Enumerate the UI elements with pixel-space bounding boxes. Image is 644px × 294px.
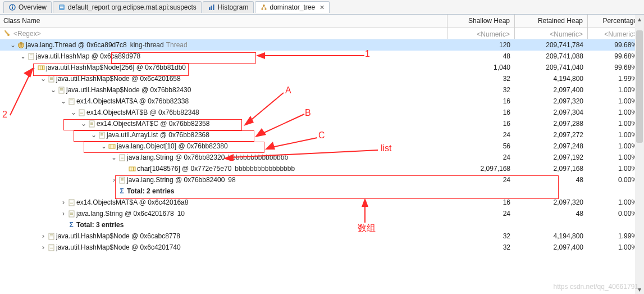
collapse-icon[interactable]: ⌄ bbox=[49, 86, 57, 94]
cell-retained: 48 bbox=[515, 176, 588, 184]
table-row[interactable]: ⌄java.lang.Thread @ 0x6ca89d7c8king-thre… bbox=[0, 39, 644, 51]
collapse-icon[interactable]: ⌄ bbox=[80, 120, 88, 128]
table-row[interactable]: ⌄java.util.HashMap$Node[256] @ 0x76bb81d… bbox=[0, 62, 644, 73]
collapse-icon[interactable]: ⌄ bbox=[19, 52, 27, 60]
row-text: java.util.HashMap$Node @ 0x6c4201658 bbox=[56, 75, 181, 83]
obj-icon bbox=[118, 153, 126, 161]
tab-overview[interactable]: Overview bbox=[3, 1, 52, 13]
table-row[interactable]: ⌄java.lang.String @ 0x76bb82320bbbbbbbbb… bbox=[0, 152, 644, 163]
row-suffix: 10 bbox=[177, 210, 185, 218]
tab-dominator-tree[interactable]: dominator_tree ✕ bbox=[255, 1, 330, 13]
table-row[interactable]: ⌄java.util.ArrayList @ 0x76bb82368242,09… bbox=[0, 129, 644, 141]
collapse-icon[interactable]: ⌄ bbox=[60, 97, 67, 105]
cell-retained: 2,097,304 bbox=[515, 108, 588, 116]
expand-icon[interactable]: › bbox=[39, 232, 47, 240]
table-row[interactable]: ⌄java.util.HashMap @ 0x6ca89d97848209,74… bbox=[0, 51, 644, 62]
table-row[interactable]: ⌄java.util.HashMap$Node @ 0x6c4201658324… bbox=[0, 73, 644, 84]
table-row[interactable]: ›java.util.HashMap$Node @ 0x6c4201740322… bbox=[0, 242, 644, 253]
table-row[interactable]: ⌄ex14.ObjectsMAT$A @ 0x76bb82338162,097,… bbox=[0, 96, 644, 107]
filter-name[interactable]: <Regex> bbox=[13, 30, 41, 38]
expand-icon[interactable]: › bbox=[60, 198, 67, 206]
svg-rect-28 bbox=[60, 91, 63, 91]
table-row[interactable]: ΣTotal: 3 entries bbox=[0, 219, 644, 230]
svg-rect-4 bbox=[60, 6, 63, 7]
table-row[interactable]: ›java.lang.String @ 0x76bb824009824480.0… bbox=[0, 174, 644, 186]
vertical-scrollbar[interactable]: ▴ ▾ bbox=[635, 15, 644, 294]
svg-rect-31 bbox=[70, 101, 73, 101]
row-suffix: 98 bbox=[228, 176, 235, 184]
cell-class-name: ›java.lang.String @ 0x76bb8240098 bbox=[0, 176, 447, 184]
cell-retained: 2,097,320 bbox=[515, 97, 588, 105]
cell-class-name: ›ex14.ObjectsMAT$A @ 0x6c42016a8 bbox=[0, 198, 447, 206]
collapse-icon[interactable]: ⌄ bbox=[9, 41, 17, 49]
table-row[interactable]: ›java.lang.String @ 0x6c42016781024480.0… bbox=[0, 208, 644, 219]
header-retained[interactable]: Retained Heap bbox=[515, 15, 588, 28]
collapse-icon[interactable]: ⌄ bbox=[29, 64, 37, 71]
table-row[interactable]: ⌄java.util.HashMap$Node @ 0x76bb82430322… bbox=[0, 84, 644, 96]
arr-icon bbox=[108, 142, 116, 150]
cell-shallow: 24 bbox=[447, 176, 515, 184]
obj-icon bbox=[98, 131, 106, 139]
tab-bar: Overview default_report org.eclipse.mat.… bbox=[0, 0, 644, 15]
svg-rect-58 bbox=[121, 180, 124, 181]
filter-retained[interactable]: <Numeric> bbox=[515, 28, 588, 39]
obj-icon bbox=[47, 75, 55, 83]
svg-rect-50 bbox=[121, 157, 124, 157]
svg-point-12 bbox=[7, 34, 10, 36]
table-row[interactable]: char[1048576] @ 0x772e75e70bbbbbbbbbbbbb… bbox=[0, 163, 644, 174]
svg-rect-45 bbox=[109, 144, 115, 148]
row-text: java.util.ArrayList @ 0x76bb82368 bbox=[107, 131, 209, 139]
cell-retained: 2,097,320 bbox=[515, 198, 588, 206]
svg-rect-59 bbox=[69, 200, 74, 206]
obj-icon bbox=[67, 97, 75, 105]
svg-rect-43 bbox=[101, 134, 103, 135]
expand-icon[interactable]: › bbox=[60, 210, 67, 218]
scroll-up-icon[interactable]: ▴ bbox=[635, 15, 644, 24]
svg-rect-74 bbox=[50, 248, 53, 248]
table-row[interactable]: ›ex14.ObjectsMAT$A @ 0x6c42016a8162,097,… bbox=[0, 197, 644, 208]
tab-default-report[interactable]: default_report org.eclipse.mat.api:suspe… bbox=[53, 1, 202, 13]
svg-rect-1 bbox=[12, 7, 13, 9]
table-row[interactable]: ⌄ex14.ObjectsMAT$B @ 0x76bb82348162,097,… bbox=[0, 107, 644, 118]
svg-rect-17 bbox=[30, 57, 33, 57]
table-row[interactable]: ⌄ex14.ObjectsMAT$C @ 0x76bb82358162,097,… bbox=[0, 118, 644, 129]
header-class-name[interactable]: Class Name bbox=[0, 15, 447, 28]
svg-rect-26 bbox=[60, 88, 63, 89]
svg-rect-71 bbox=[49, 245, 54, 251]
cell-class-name: ⌄ex14.ObjectsMAT$B @ 0x76bb82348 bbox=[0, 108, 447, 116]
collapse-icon[interactable]: ⌄ bbox=[110, 153, 118, 161]
collapse-icon[interactable]: ⌄ bbox=[90, 131, 98, 139]
cell-class-name: ⌄java.lang.Thread @ 0x6ca89d7c8king-thre… bbox=[0, 41, 447, 49]
row-text: Total: 2 entries bbox=[127, 187, 174, 195]
table-row[interactable]: ⌄java.lang.Object[10] @ 0x76bb82380562,0… bbox=[0, 141, 644, 152]
svg-rect-73 bbox=[50, 247, 53, 247]
svg-rect-25 bbox=[59, 87, 64, 93]
scroll-thumb[interactable] bbox=[636, 30, 643, 143]
filter-shallow[interactable]: <Numeric> bbox=[447, 28, 515, 39]
collapse-icon[interactable]: ⌄ bbox=[70, 108, 77, 116]
svg-rect-29 bbox=[69, 98, 74, 105]
cell-class-name: ⌄ex14.ObjectsMAT$C @ 0x76bb82358 bbox=[0, 120, 447, 128]
tab-histogram[interactable]: Histogram bbox=[203, 1, 254, 13]
cell-shallow: 120 bbox=[447, 41, 515, 49]
expand-icon[interactable]: › bbox=[39, 243, 47, 251]
obj-icon bbox=[47, 243, 55, 251]
svg-point-9 bbox=[263, 4, 264, 6]
table-row[interactable]: ΣTotal: 2 entries bbox=[0, 186, 644, 197]
close-icon[interactable]: ✕ bbox=[317, 4, 325, 11]
cell-shallow: 16 bbox=[447, 97, 515, 105]
table-row[interactable]: ›java.util.HashMap$Node @ 0x6cabc8778324… bbox=[0, 230, 644, 242]
expand-icon[interactable]: › bbox=[110, 176, 118, 184]
header-shallow[interactable]: Shallow Heap bbox=[447, 15, 515, 28]
svg-rect-18 bbox=[38, 66, 44, 70]
svg-rect-6 bbox=[209, 7, 211, 10]
svg-rect-24 bbox=[50, 79, 53, 80]
svg-rect-66 bbox=[70, 214, 73, 215]
row-suffix: bbbbbbbbbbbbbbbb bbox=[235, 165, 295, 173]
collapse-icon[interactable]: ⌄ bbox=[100, 142, 108, 150]
collapse-icon[interactable]: ⌄ bbox=[39, 75, 47, 83]
cell-retained: 2,097,288 bbox=[515, 120, 588, 128]
svg-rect-34 bbox=[80, 111, 83, 111]
svg-rect-41 bbox=[99, 132, 104, 138]
svg-rect-22 bbox=[50, 77, 53, 78]
